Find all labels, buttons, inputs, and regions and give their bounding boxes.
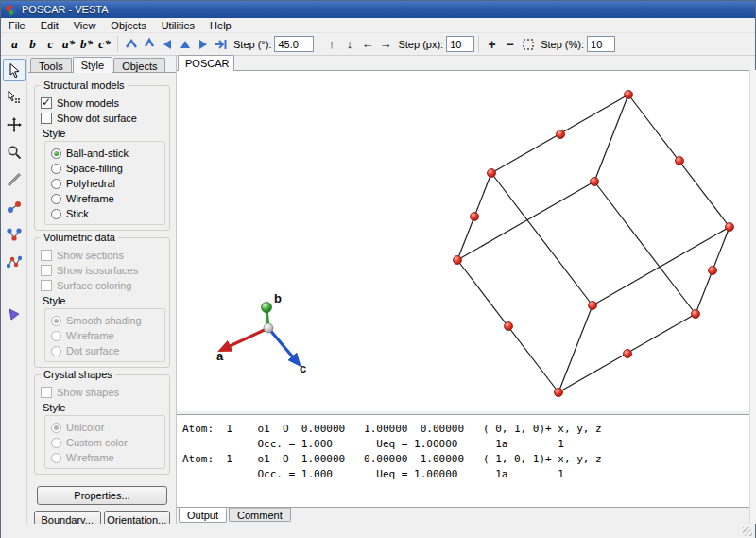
radio-row-ball-and-stick[interactable]: Ball-and-stick xyxy=(51,146,161,161)
output-console[interactable]: Atom: 1 o1 O 0.00000 1.00000 0.00000 ( 0… xyxy=(177,414,749,508)
wireframe-label: Wireframe xyxy=(66,193,114,204)
translate-up-button[interactable]: ↑ xyxy=(322,35,340,53)
style-panel-body: Structural models Show models Show dot s… xyxy=(28,72,176,538)
crystal-style-options: Unicolor Custom color Wireframe xyxy=(44,415,165,469)
magnify-button[interactable] xyxy=(3,141,26,164)
shape-wireframe-label: Wireframe xyxy=(66,452,114,463)
show-shapes-label: Show shapes xyxy=(57,387,119,398)
svg-text:c: c xyxy=(300,361,306,375)
wireframe-radio[interactable] xyxy=(51,194,61,204)
structural-style-options: Ball-and-stick Space-filling Polyhedral … xyxy=(44,141,165,225)
select-cursor-button[interactable] xyxy=(3,59,26,81)
menu-file[interactable]: File xyxy=(1,19,33,32)
project-c-button[interactable]: c xyxy=(42,35,60,53)
menu-edit[interactable]: Edit xyxy=(33,19,66,32)
project-c-star-button[interactable]: c* xyxy=(95,35,113,53)
document-tab-poscar[interactable]: POSCAR xyxy=(178,55,234,71)
zoom-out-button[interactable]: − xyxy=(501,35,519,53)
checkbox-row-surface-coloring: Surface coloring xyxy=(41,278,165,293)
group-legend: Structural models xyxy=(41,79,128,91)
project-a-star-button[interactable]: a* xyxy=(60,35,77,53)
tab-tools[interactable]: Tools xyxy=(30,58,72,72)
ball-and-stick-label: Ball-and-stick xyxy=(66,148,129,159)
orientation-axes: abc xyxy=(216,291,306,375)
stick-radio[interactable] xyxy=(51,209,61,219)
radio-row-wireframe[interactable]: Wireframe xyxy=(51,191,161,206)
show-models-checkbox[interactable] xyxy=(41,97,52,109)
rotate-right-button[interactable] xyxy=(194,35,212,53)
ball-and-stick-radio[interactable] xyxy=(51,148,61,159)
tab-comment[interactable]: Comment xyxy=(229,508,291,522)
step-deg-input[interactable] xyxy=(274,36,314,52)
angle-tool-button[interactable] xyxy=(3,223,26,246)
polyhedral-radio[interactable] xyxy=(51,179,61,189)
area-select-button[interactable] xyxy=(3,86,26,109)
style-label: Style xyxy=(43,402,165,413)
project-b-button[interactable]: b xyxy=(24,35,42,53)
right-scrollbar-track[interactable] xyxy=(749,70,756,524)
rotate-left-button[interactable] xyxy=(158,35,176,53)
show-sections-checkbox xyxy=(41,250,52,261)
menu-objects[interactable]: Objects xyxy=(103,19,153,32)
project-b-star-button[interactable]: b* xyxy=(77,35,95,53)
output-log-text: Atom: 1 o1 O 0.00000 1.00000 0.00000 ( 0… xyxy=(177,415,749,482)
step-pct-input[interactable] xyxy=(587,36,615,52)
dot-surface-radio xyxy=(51,346,61,356)
translate-right-button[interactable]: → xyxy=(376,35,394,53)
translate-down-button[interactable]: ↓ xyxy=(340,35,358,53)
radio-row-unicolor: Unicolor xyxy=(51,420,161,435)
properties-button[interactable]: Properties... xyxy=(37,486,167,505)
show-dot-surface-checkbox[interactable] xyxy=(41,113,52,124)
zoom-in-button[interactable]: + xyxy=(483,35,501,53)
rotate-to-axis-button[interactable] xyxy=(212,35,230,53)
triangle-right-icon xyxy=(196,37,211,52)
step-px-label: Step (px): xyxy=(398,39,443,50)
show-isosurfaces-checkbox xyxy=(41,265,52,276)
structure-viewport[interactable]: abc xyxy=(177,70,749,411)
surface-coloring-checkbox xyxy=(41,280,52,291)
stick-label: Stick xyxy=(66,208,89,219)
group-legend: Volumetric data xyxy=(41,232,118,243)
fit-view-button[interactable] xyxy=(519,35,537,53)
oxygen-atoms[interactable] xyxy=(454,91,734,397)
dihedral-tool-button[interactable] xyxy=(3,251,26,273)
cursor-grid-icon xyxy=(7,90,22,105)
crystal-structure-canvas: abc xyxy=(177,71,749,412)
rotate-up-button[interactable] xyxy=(176,35,194,53)
project-a-button[interactable]: a xyxy=(6,35,24,53)
draw-tool-button[interactable] xyxy=(3,303,26,325)
tab-output[interactable]: Output xyxy=(179,508,227,523)
ruler-icon xyxy=(7,172,22,187)
checkbox-row-show-models[interactable]: Show models xyxy=(41,95,165,111)
resize-grip[interactable] xyxy=(743,527,752,536)
vesta-window: POSCAR - VESTA File Edit View Objects Ut… xyxy=(0,0,756,538)
crystal-shapes-group: Crystal shapes Show shapes Style Unicolo… xyxy=(34,374,170,475)
tab-style[interactable]: Style xyxy=(73,57,112,73)
radio-row-stick[interactable]: Stick xyxy=(51,206,161,221)
show-shapes-checkbox xyxy=(41,387,52,398)
tab-objects[interactable]: Objects xyxy=(113,58,165,72)
radio-row-space-filling[interactable]: Space-filling xyxy=(51,161,161,176)
style-label: Style xyxy=(43,128,165,139)
menu-help[interactable]: Help xyxy=(202,19,239,32)
checkbox-row-show-dot-surface[interactable]: Show dot surface xyxy=(41,111,165,126)
title-bar[interactable]: POSCAR - VESTA xyxy=(1,1,755,18)
radio-row-shape-wireframe: Wireframe xyxy=(51,450,161,465)
magnifier-icon xyxy=(7,145,22,160)
translate-view-button[interactable] xyxy=(3,113,26,136)
volumetric-style-options: Smooth shading Wireframe Dot surface xyxy=(44,308,165,362)
radio-row-polyhedral[interactable]: Polyhedral xyxy=(51,176,161,191)
space-filling-radio[interactable] xyxy=(51,164,61,174)
menu-utilities[interactable]: Utilities xyxy=(154,19,202,32)
rotate-cw-button[interactable] xyxy=(140,35,158,53)
step-px-input[interactable] xyxy=(446,36,474,52)
bond-tool-button[interactable] xyxy=(3,196,26,218)
radio-row-vol-wireframe: Wireframe xyxy=(51,328,161,343)
measure-button[interactable] xyxy=(3,168,26,191)
translate-left-button[interactable]: ← xyxy=(358,35,376,53)
menu-view[interactable]: View xyxy=(66,19,104,32)
style-label: Style xyxy=(43,295,165,306)
smooth-shading-radio xyxy=(51,316,61,326)
rotate-ccw-icon xyxy=(124,37,139,52)
rotate-ccw-button[interactable] xyxy=(122,35,140,53)
